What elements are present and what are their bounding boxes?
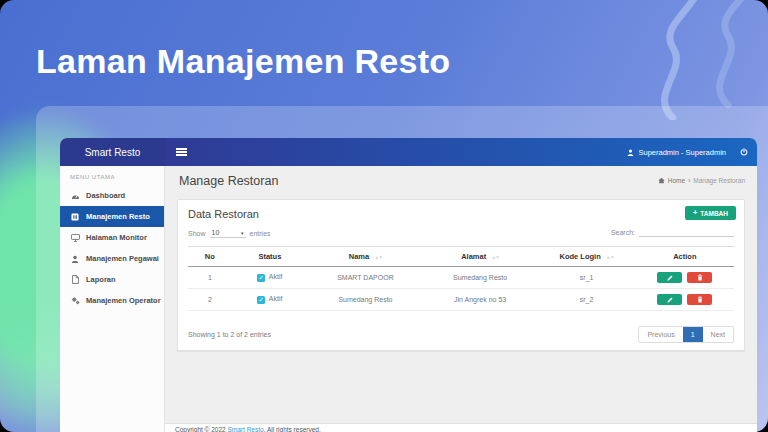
status-label: Aktif <box>269 273 283 280</box>
restoran-table: No Status Nama▲▼ Alamat▲▼ Kode Login▲▼ A… <box>188 246 734 311</box>
header-no[interactable]: No <box>188 247 232 267</box>
hamburger-menu-icon[interactable] <box>176 148 187 150</box>
header-alamat[interactable]: Alamat▲▼ <box>423 247 538 267</box>
sidebar-item-halaman-monitor[interactable]: Halaman Monitor <box>60 227 164 248</box>
next-page-button[interactable]: Next <box>703 327 733 342</box>
copyright-suffix: . All rights reserved. <box>264 426 321 432</box>
status-checkbox[interactable]: ✓ <box>257 274 265 282</box>
status-label: Aktif <box>269 295 283 302</box>
employee-icon <box>70 255 80 263</box>
edit-button[interactable] <box>657 272 682 283</box>
tambah-button[interactable]: + TAMBAH <box>685 206 736 220</box>
resto-icon <box>70 213 80 221</box>
cell-nama: SMART DAPOOR <box>308 267 423 289</box>
breadcrumb-home[interactable]: Home <box>668 177 685 184</box>
sidebar-item-label: Dashboard <box>86 191 125 200</box>
sidebar-item-manajemen-pegawai[interactable]: Manajemen Pegawai <box>60 248 164 269</box>
sort-icon: ▲▼ <box>606 254 614 260</box>
navbar-right: Superadmin - Superadmin <box>627 138 748 166</box>
page-title: Manage Restoran <box>179 174 278 188</box>
sidebar-item-label: Manajemen Pegawai <box>86 254 159 263</box>
sort-icon: ▲▼ <box>374 254 382 260</box>
power-icon[interactable] <box>740 148 748 156</box>
table-header-row: No Status Nama▲▼ Alamat▲▼ Kode Login▲▼ A… <box>188 247 734 267</box>
sidebar-item-label: Manajemen Operator <box>86 296 161 305</box>
previous-page-button[interactable]: Previous <box>639 327 682 342</box>
monitor-icon <box>70 234 80 242</box>
tambah-label: TAMBAH <box>700 210 728 217</box>
plus-icon: + <box>693 210 698 216</box>
delete-button[interactable] <box>687 272 712 283</box>
cell-kode-login: sr_1 <box>537 267 635 289</box>
pencil-icon <box>667 297 673 303</box>
search-input[interactable] <box>639 228 734 237</box>
status-checkbox[interactable]: ✓ <box>257 296 265 304</box>
cell-kode-login: sr_2 <box>537 289 635 311</box>
user-name: Superadmin - Superadmin <box>638 148 726 157</box>
delete-button[interactable] <box>687 294 712 305</box>
sidebar-item-manajemen-resto[interactable]: Manajemen Resto <box>60 206 164 227</box>
showing-entries-text: Showing 1 to 2 of 2 entries <box>188 331 271 338</box>
entries-select-value: 10 <box>212 229 220 236</box>
search-label: Search: <box>611 229 635 236</box>
sidebar-item-laporan[interactable]: Laporan <box>60 269 164 290</box>
cell-action <box>636 267 734 289</box>
table-footer: Showing 1 to 2 of 2 entries Previous 1 N… <box>188 326 734 343</box>
report-file-icon <box>70 275 80 284</box>
page-1-button[interactable]: 1 <box>683 327 703 342</box>
top-navbar: Superadmin - Superadmin <box>165 138 757 166</box>
sidebar-item-dashboard[interactable]: Dashboard <box>60 185 164 206</box>
gears-icon <box>70 296 80 305</box>
hero-title: Laman Manajemen Resto <box>36 42 450 81</box>
breadcrumb-separator: › <box>688 177 690 184</box>
trash-icon <box>697 274 703 281</box>
table-row: 1 ✓ Aktif SMART DAPOOR Sumedang Resto sr… <box>188 267 734 289</box>
search-control: Search: <box>611 228 734 237</box>
trash-icon <box>697 296 703 303</box>
entries-label: entries <box>250 230 271 237</box>
sort-icon: ▲▼ <box>491 254 499 260</box>
brand-header[interactable]: Smart Resto <box>60 138 165 166</box>
breadcrumb-current: Manage Restoran <box>693 177 745 184</box>
cell-alamat: Sumedang Resto <box>423 267 538 289</box>
entries-select[interactable]: 10 ▾ <box>210 228 246 238</box>
table-row: 2 ✓ Aktif Sumedang Resto Jin Angrek no 5… <box>188 289 734 311</box>
edit-button[interactable] <box>657 294 682 305</box>
pagination: Previous 1 Next <box>638 326 734 343</box>
pencil-icon <box>667 275 673 281</box>
sidebar-item-label: Laporan <box>86 275 116 284</box>
cell-alamat: Jin Angrek no 53 <box>423 289 538 311</box>
cell-no: 2 <box>188 289 232 311</box>
card-title: Data Restoran <box>188 208 259 220</box>
user-icon <box>627 149 634 156</box>
breadcrumb: Home › Manage Restoran <box>658 177 745 184</box>
data-restoran-card: Data Restoran + TAMBAH Show 10 ▾ entries <box>177 199 745 351</box>
header-kode-login[interactable]: Kode Login▲▼ <box>537 247 635 267</box>
cell-action <box>636 289 734 311</box>
sidebar-item-label: Manajemen Resto <box>86 212 150 221</box>
show-label: Show <box>188 230 206 237</box>
chevron-down-icon: ▾ <box>241 230 244 236</box>
sidebar-item-manajemen-operator[interactable]: Manajemen Operator ‹ <box>60 290 164 311</box>
app-footer: Copyright © 2022 Smart Resto. All rights… <box>165 423 757 432</box>
header-status[interactable]: Status <box>232 247 308 267</box>
user-menu[interactable]: Superadmin - Superadmin <box>627 148 726 157</box>
cell-status: ✓ Aktif <box>232 267 308 289</box>
header-nama[interactable]: Nama▲▼ <box>308 247 423 267</box>
copyright-link[interactable]: Smart Resto <box>228 426 264 432</box>
cell-status: ✓ Aktif <box>232 289 308 311</box>
wave-squiggle-decoration <box>628 0 768 120</box>
table-controls: Show 10 ▾ entries Search: <box>188 228 734 244</box>
content-area: Manage Restoran Home › Manage Restoran D… <box>165 166 757 432</box>
sidebar: MENU UTAMA Dashboard Manajemen Resto Hal… <box>60 166 165 432</box>
sidebar-item-label: Halaman Monitor <box>86 233 147 242</box>
sidebar-section-label: MENU UTAMA <box>70 174 164 180</box>
chevron-left-icon: ‹ <box>153 296 156 305</box>
app-screenshot: Smart Resto Superadmin - Superadmin MENU <box>60 138 757 432</box>
cell-nama: Sumedang Resto <box>308 289 423 311</box>
home-icon <box>658 177 665 184</box>
copyright-text: Copyright © 2022 <box>175 426 228 432</box>
dashboard-icon <box>70 192 80 200</box>
header-action: Action <box>636 247 734 267</box>
promo-artwork: Laman Manajemen Resto Smart Resto Supera… <box>0 0 768 432</box>
